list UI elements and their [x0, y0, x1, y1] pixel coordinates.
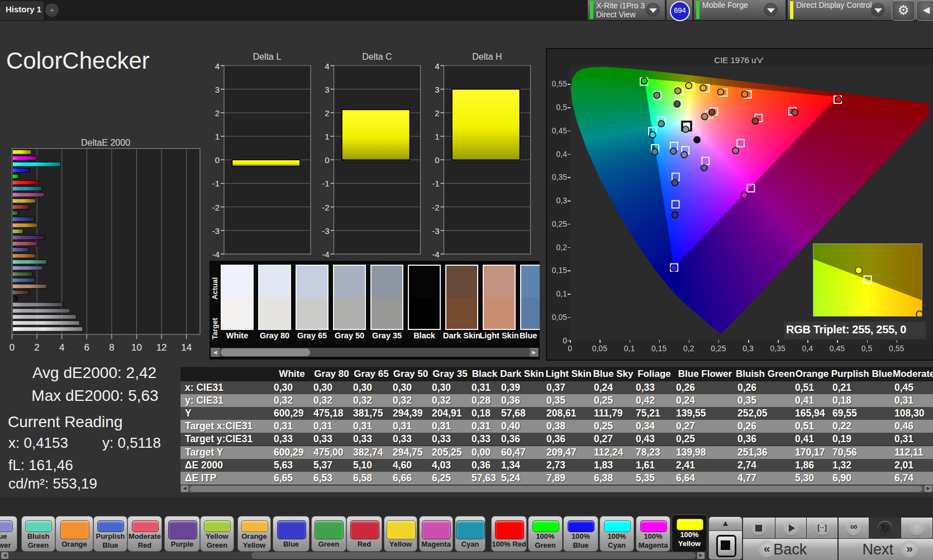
- svg-text:-4: -4: [212, 250, 220, 259]
- svg-text:0: 0: [325, 155, 329, 165]
- svg-text:8: 8: [109, 342, 114, 353]
- svg-text:1: 1: [215, 132, 220, 141]
- svg-text:-1: -1: [432, 179, 439, 188]
- svg-text:1: 1: [435, 132, 439, 141]
- svg-text:-2: -2: [212, 203, 220, 212]
- svg-text:3: 3: [435, 85, 439, 94]
- svg-text:-2: -2: [322, 203, 329, 212]
- svg-text:10: 10: [131, 342, 142, 353]
- svg-text:4: 4: [215, 61, 220, 71]
- svg-text:12: 12: [156, 342, 167, 353]
- svg-text:-4: -4: [322, 250, 329, 259]
- svg-text:-3: -3: [322, 226, 329, 236]
- svg-text:2: 2: [34, 342, 39, 353]
- svg-text:-4: -4: [432, 250, 439, 259]
- svg-text:2: 2: [435, 108, 439, 118]
- svg-text:-3: -3: [432, 226, 439, 236]
- svg-text:2: 2: [325, 108, 329, 118]
- svg-text:0: 0: [435, 155, 439, 165]
- svg-text:6: 6: [84, 342, 89, 353]
- svg-text:4: 4: [435, 61, 439, 71]
- svg-text:4: 4: [59, 342, 64, 353]
- svg-text:DeltaE 2000: DeltaE 2000: [81, 138, 130, 147]
- svg-text:2: 2: [215, 108, 220, 118]
- svg-text:-2: -2: [432, 203, 439, 212]
- svg-text:Delta C: Delta C: [362, 52, 392, 61]
- svg-text:14: 14: [181, 342, 192, 353]
- svg-text:3: 3: [215, 85, 220, 94]
- svg-text:-1: -1: [212, 179, 220, 188]
- svg-text:4: 4: [325, 61, 329, 71]
- svg-text:Delta H: Delta H: [472, 52, 502, 61]
- svg-text:-1: -1: [322, 179, 329, 188]
- svg-text:0: 0: [9, 342, 15, 353]
- svg-text:3: 3: [325, 85, 329, 94]
- svg-text:1: 1: [325, 132, 329, 141]
- svg-text:Delta L: Delta L: [253, 52, 282, 61]
- svg-text:-3: -3: [212, 226, 220, 236]
- svg-text:0: 0: [215, 155, 220, 165]
